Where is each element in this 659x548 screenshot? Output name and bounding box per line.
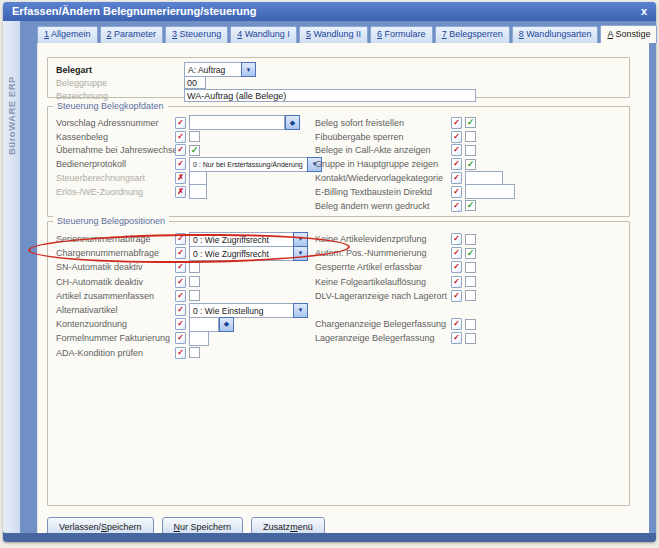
gesperrte-artikel-checkbox[interactable] bbox=[465, 262, 476, 273]
spacer-row bbox=[315, 303, 629, 317]
tab-sonstige[interactable]: A Sonstige bbox=[600, 25, 657, 43]
field-label: SN-Automatik deaktiv bbox=[56, 262, 175, 272]
field-edit-icon: ✓ bbox=[451, 247, 462, 259]
alternativartikel-select[interactable]: 0 : Wie Einstellung ▼ bbox=[189, 303, 308, 318]
tab-formulare[interactable]: 6 Formulare bbox=[370, 26, 433, 43]
form-row: ADA-Kondition prüfen ✓ bbox=[56, 346, 315, 360]
field-edit-icon: ✓ bbox=[451, 200, 462, 212]
pos-nummerierung-checkbox[interactable]: ✓ bbox=[465, 248, 476, 259]
field-edit-icon: ✓ bbox=[175, 261, 186, 273]
sofort-freistellen-checkbox[interactable]: ✓ bbox=[465, 117, 476, 128]
field-locked-icon: ✗ bbox=[175, 186, 186, 198]
hauptgruppe-checkbox[interactable]: ✓ bbox=[465, 159, 476, 170]
lookup-icon[interactable]: ◆ bbox=[219, 317, 234, 332]
lageranzeige-checkbox[interactable] bbox=[465, 333, 476, 344]
tab-bar: 1 Allgemein 2 Parameter 3 Steuerung 4 Wa… bbox=[37, 26, 659, 43]
screenshot-root: Erfassen/Ändern Belegnumerierung/steueru… bbox=[0, 0, 659, 548]
dlv-lageranzeige-checkbox[interactable] bbox=[465, 290, 476, 301]
kassenbeleg-checkbox[interactable] bbox=[189, 131, 200, 142]
field-label: Beleg sofort freistellen bbox=[315, 118, 451, 128]
form-row: E-Billing Textbaustein Direktd ✓ bbox=[315, 185, 629, 199]
ada-kondition-checkbox[interactable] bbox=[189, 347, 200, 358]
seriennummern-select[interactable]: 0 : Wie Zugriffsrecht ▼ bbox=[189, 232, 308, 247]
field-edit-icon: ✓ bbox=[175, 131, 186, 143]
fibu-sperren-checkbox[interactable] bbox=[465, 131, 476, 142]
belegkopfdaten-legend: Steuerung Belegkopfdaten bbox=[53, 101, 168, 111]
folgeartikel-checkbox[interactable] bbox=[465, 276, 476, 287]
brand-sidebar: BüroWARE ERP bbox=[3, 21, 20, 533]
chargennummern-select[interactable]: 0 : Wie Zugriffsrecht ▼ bbox=[189, 246, 308, 261]
window-bottom-edge bbox=[3, 533, 656, 542]
form-row: DLV-Lageranzeige nach Lagerort ✓ bbox=[315, 289, 629, 303]
close-icon[interactable]: x bbox=[641, 5, 647, 17]
chevron-down-icon[interactable]: ▼ bbox=[293, 232, 308, 247]
belegpos-left-column: Seriennummernabfrage ✓ 0 : Wie Zugriffsr… bbox=[56, 232, 315, 360]
form-row: Chargenanzeige Belegerfassung ✓ bbox=[315, 317, 629, 331]
belegpos-right-column: Keine Artikelevidenzprüfung ✓ Autom. Pos… bbox=[315, 232, 629, 360]
form-row: Chargennummernabfrage ✓ 0 : Wie Zugriffs… bbox=[56, 246, 315, 260]
chargenanzeige-checkbox[interactable] bbox=[465, 319, 476, 330]
field-edit-icon: ✓ bbox=[175, 276, 186, 288]
brand-label: BüroWARE ERP bbox=[4, 35, 19, 155]
form-row: Kontenzuordnung ✓ ◆ bbox=[56, 317, 315, 331]
wiedervorlage-input[interactable] bbox=[465, 171, 503, 186]
field-edit-icon: ✓ bbox=[451, 158, 462, 170]
call-akte-checkbox[interactable] bbox=[465, 145, 476, 156]
zusammenfassen-checkbox[interactable] bbox=[189, 290, 200, 301]
field-edit-icon: ✓ bbox=[451, 276, 462, 288]
belegkopfdaten-box: Steuerung Belegkopfdaten Vorschlag Adres… bbox=[47, 106, 630, 217]
beleggruppe-input[interactable]: 00 bbox=[184, 76, 206, 89]
form-row: Artikel zusammenfassen ✓ bbox=[56, 289, 315, 303]
tab-parameter[interactable]: 2 Parameter bbox=[100, 26, 164, 43]
field-label: Kontakt/Wiedervorlagekategorie bbox=[315, 173, 451, 183]
chevron-down-icon[interactable]: ▼ bbox=[293, 246, 308, 261]
tab-belegsperren[interactable]: 7 Belegsperren bbox=[435, 26, 510, 43]
form-row: Übernahme bei Jahreswechsel ✓ ✓ bbox=[56, 144, 315, 158]
lookup-icon[interactable]: ◆ bbox=[285, 115, 300, 130]
form-row: Seriennummernabfrage ✓ 0 : Wie Zugriffsr… bbox=[56, 232, 315, 246]
field-label: Erlös-/WE-Zuordnung bbox=[56, 187, 175, 197]
field-label: Artikel zusammenfassen bbox=[56, 291, 175, 301]
field-edit-icon: ✓ bbox=[451, 332, 462, 344]
ch-automatik-checkbox[interactable] bbox=[189, 276, 200, 287]
seriennummern-value: 0 : Wie Zugriffsrecht bbox=[189, 232, 293, 247]
field-edit-icon: ✓ bbox=[451, 290, 462, 302]
bezeichnung-input[interactable]: WA-Auftrag (alle Belege) bbox=[184, 89, 476, 102]
tab-allgemein[interactable]: 1 Allgemein bbox=[37, 26, 98, 43]
field-label: Bedienerprotokoll bbox=[56, 159, 175, 169]
tab-wandlung-1[interactable]: 4 Wandlung I bbox=[230, 26, 297, 43]
tab-wandlungsarten[interactable]: 8 Wandlungsarten bbox=[512, 26, 599, 43]
erloes-zuordnung-input bbox=[189, 184, 207, 199]
belegpositionen-box: Steuerung Belegpositionen Seriennummerna… bbox=[47, 221, 630, 506]
field-label: Fibuübergabe sperren bbox=[315, 132, 451, 142]
belegkopf-left-column: Vorschlag Adressnummer ✓ ◆ Kassenbeleg ✓… bbox=[56, 116, 315, 213]
form-row: Steuerberechnungsart ✗ bbox=[56, 171, 315, 185]
form-row: Belege in Call-Akte anzeigen ✓ bbox=[315, 144, 629, 158]
chevron-down-icon[interactable]: ▼ bbox=[293, 303, 308, 318]
tab-wandlung-2[interactable]: 5 Wandlung II bbox=[299, 26, 368, 43]
field-label: E-Billing Textbaustein Direktd bbox=[315, 187, 451, 197]
field-label: Chargenanzeige Belegerfassung bbox=[315, 319, 451, 329]
field-label: Vorschlag Adressnummer bbox=[56, 118, 175, 128]
ebilling-input[interactable] bbox=[465, 184, 515, 199]
formelnummer-input[interactable] bbox=[189, 331, 209, 346]
evidenzpruefung-checkbox[interactable] bbox=[465, 234, 476, 245]
belegart-select[interactable]: A: Auftrag ▼ bbox=[184, 62, 256, 77]
field-edit-icon: ✓ bbox=[175, 144, 186, 156]
vorschlag-adressnummer-input[interactable] bbox=[189, 115, 285, 130]
field-edit-icon: ✓ bbox=[175, 304, 186, 316]
tab-steuerung[interactable]: 3 Steuerung bbox=[165, 26, 228, 43]
bedienerprotokoll-select[interactable]: 0 : Nur bei Ersterfassung/Änderung ▼ bbox=[189, 157, 322, 172]
bedienerprotokoll-value: 0 : Nur bei Ersterfassung/Änderung bbox=[189, 157, 307, 172]
sn-automatik-checkbox[interactable] bbox=[189, 262, 200, 273]
chevron-down-icon[interactable]: ▼ bbox=[241, 62, 256, 77]
field-label: Kassenbeleg bbox=[56, 132, 175, 142]
jahreswechsel-checkbox[interactable]: ✓ bbox=[189, 145, 200, 156]
kontenzuordnung-input[interactable] bbox=[189, 317, 219, 332]
form-row: Bedienerprotokoll ✓ 0 : Nur bei Ersterfa… bbox=[56, 157, 315, 171]
form-row: Gruppe in Hauptgruppe zeigen ✓ ✓ bbox=[315, 157, 629, 171]
field-edit-icon: ✓ bbox=[451, 186, 462, 198]
field-edit-icon: ✓ bbox=[451, 318, 462, 330]
aendern-gedruckt-checkbox[interactable]: ✓ bbox=[465, 200, 476, 211]
field-edit-icon: ✓ bbox=[175, 233, 186, 245]
